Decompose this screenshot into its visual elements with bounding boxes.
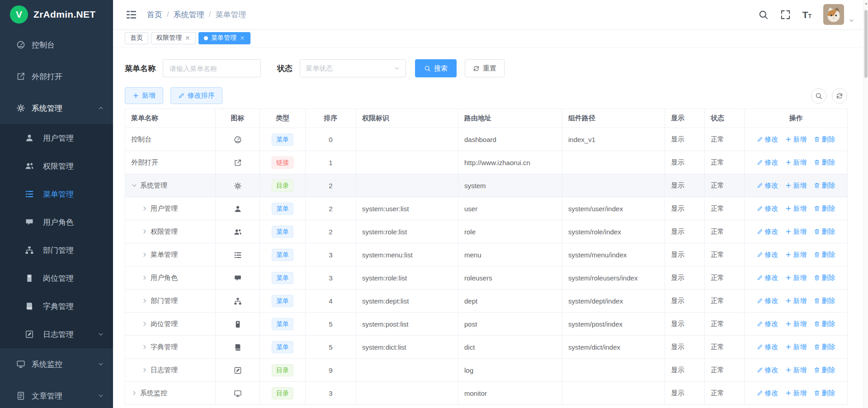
sidebar-item[interactable]: 控制台: [0, 29, 113, 61]
delete-link[interactable]: 删除: [814, 228, 835, 236]
add-link[interactable]: 新增: [785, 135, 807, 144]
edit-link[interactable]: 修改: [757, 181, 778, 190]
menu-name-input[interactable]: [163, 59, 261, 77]
tab[interactable]: 首页: [125, 32, 148, 44]
menu-name: 部门管理: [151, 297, 178, 305]
edit-link[interactable]: 修改: [757, 389, 778, 398]
sidebar-item[interactable]: 权限管理: [0, 152, 113, 180]
sidebar-item[interactable]: 菜单管理: [0, 180, 113, 208]
breadcrumb-separator: /: [209, 10, 211, 19]
edit-link[interactable]: 修改: [757, 251, 778, 259]
delete-link[interactable]: 删除: [814, 297, 835, 305]
search-button[interactable]: 搜索: [415, 59, 457, 77]
expand-row-chevron-right-icon[interactable]: [142, 367, 148, 373]
sidebar-item[interactable]: 字典管理: [0, 292, 113, 320]
add-link[interactable]: 新增: [785, 274, 807, 282]
collapse-row-chevron-down-icon[interactable]: [131, 182, 137, 189]
delete-link[interactable]: 删除: [814, 204, 835, 213]
add-link[interactable]: 新增: [785, 389, 807, 398]
visible-value: 显示: [665, 382, 705, 405]
scrollbar-thumb[interactable]: [864, 10, 868, 78]
delete-link[interactable]: 删除: [814, 251, 835, 259]
expand-row-chevron-right-icon[interactable]: [142, 205, 148, 212]
edit-link[interactable]: 修改: [757, 297, 778, 305]
tab-close-icon[interactable]: [185, 35, 190, 41]
add-link[interactable]: 新增: [785, 251, 807, 259]
add-link[interactable]: 新增: [785, 320, 807, 328]
add-link[interactable]: 新增: [785, 158, 807, 167]
edit-link[interactable]: 修改: [757, 320, 778, 328]
table-row: 控制台菜单0dashboardindex_v1显示正常修改新增删除: [125, 128, 848, 151]
sidebar-item[interactable]: 岗位管理: [0, 264, 113, 292]
user-menu-chevron-down-icon[interactable]: [849, 18, 854, 24]
expand-row-chevron-right-icon[interactable]: [142, 321, 148, 327]
edit-link[interactable]: 修改: [757, 135, 778, 144]
edit-link[interactable]: 修改: [757, 158, 778, 167]
delete-link[interactable]: 删除: [814, 274, 835, 282]
refresh-table-button[interactable]: [832, 88, 847, 104]
menu-name-label: 菜单名称: [125, 63, 156, 74]
edit-link[interactable]: 修改: [757, 343, 778, 351]
sidebar-toggle-icon[interactable]: [126, 9, 137, 20]
sort-button[interactable]: 修改排序: [170, 87, 222, 104]
edit-link[interactable]: 修改: [757, 274, 778, 282]
delete-icon: [814, 367, 820, 373]
sidebar-item[interactable]: 日志管理: [0, 320, 113, 348]
delete-link[interactable]: 删除: [814, 366, 835, 375]
expand-row-chevron-right-icon[interactable]: [142, 251, 148, 258]
add-link[interactable]: 新增: [785, 228, 807, 236]
expand-row-chevron-right-icon[interactable]: [142, 228, 148, 235]
type-tag: 菜单: [272, 341, 293, 353]
sidebar-item[interactable]: 部门管理: [0, 236, 113, 264]
sidebar-item[interactable]: 文章管理: [0, 380, 113, 408]
chevron-down-icon: [98, 393, 104, 399]
delete-link[interactable]: 删除: [814, 181, 835, 190]
page-content: 菜单名称 状态 菜单状态 搜索 重置 新增 修改排序: [113, 47, 868, 408]
fullscreen-icon[interactable]: [780, 9, 791, 20]
status-select[interactable]: 菜单状态: [300, 59, 406, 77]
scrollbar-up-arrow[interactable]: ▲: [864, 1, 868, 5]
visible-value: 显示: [665, 220, 705, 243]
edit-link[interactable]: 修改: [757, 366, 778, 375]
sidebar-item[interactable]: 用户角色: [0, 208, 113, 236]
add-link[interactable]: 新增: [785, 297, 807, 305]
route-value: post: [458, 313, 562, 336]
expand-row-chevron-right-icon[interactable]: [142, 298, 148, 304]
status-value: 正常: [705, 382, 745, 405]
add-link[interactable]: 新增: [785, 343, 807, 351]
breadcrumb-item[interactable]: 系统管理: [174, 9, 204, 20]
delete-link[interactable]: 删除: [814, 343, 835, 351]
add-link[interactable]: 新增: [785, 204, 807, 213]
tab-close-icon[interactable]: [240, 35, 245, 41]
sidebar-item[interactable]: 外部打开: [0, 61, 113, 92]
refresh-icon: [836, 92, 843, 100]
reset-button[interactable]: 重置: [465, 59, 505, 77]
sidebar-item[interactable]: 系统管理: [0, 92, 113, 124]
breadcrumb-item[interactable]: 首页: [147, 9, 162, 20]
delete-link[interactable]: 删除: [814, 389, 835, 398]
sidebar-item-label: 文章管理: [32, 391, 62, 401]
expand-row-chevron-right-icon[interactable]: [131, 390, 137, 396]
tab[interactable]: 权限管理: [151, 32, 196, 44]
monitor-icon: [234, 389, 242, 398]
sidebar-item[interactable]: 系统监控: [0, 348, 113, 380]
search-icon[interactable]: [758, 9, 769, 20]
delete-link[interactable]: 删除: [814, 320, 835, 328]
expand-row-chevron-right-icon[interactable]: [142, 275, 148, 281]
edit-link[interactable]: 修改: [757, 228, 778, 236]
show-search-button[interactable]: [811, 88, 826, 104]
menu-table: 菜单名称图标类型排序权限标识路由地址组件路径显示状态操作 控制台菜单0dashb…: [125, 109, 847, 405]
sidebar-item[interactable]: 用户管理: [0, 124, 113, 152]
type-tag: 菜单: [272, 272, 293, 284]
add-button[interactable]: 新增: [125, 87, 163, 104]
delete-link[interactable]: 删除: [814, 135, 835, 144]
perm-value: system:post:list: [356, 313, 458, 336]
expand-row-chevron-right-icon[interactable]: [142, 344, 148, 350]
font-size-icon[interactable]: TT: [802, 10, 811, 19]
add-link[interactable]: 新增: [785, 181, 807, 190]
tab[interactable]: 菜单管理: [198, 32, 250, 44]
edit-link[interactable]: 修改: [757, 204, 778, 213]
avatar[interactable]: [823, 4, 844, 25]
delete-link[interactable]: 删除: [814, 158, 835, 167]
add-link[interactable]: 新增: [785, 366, 807, 375]
